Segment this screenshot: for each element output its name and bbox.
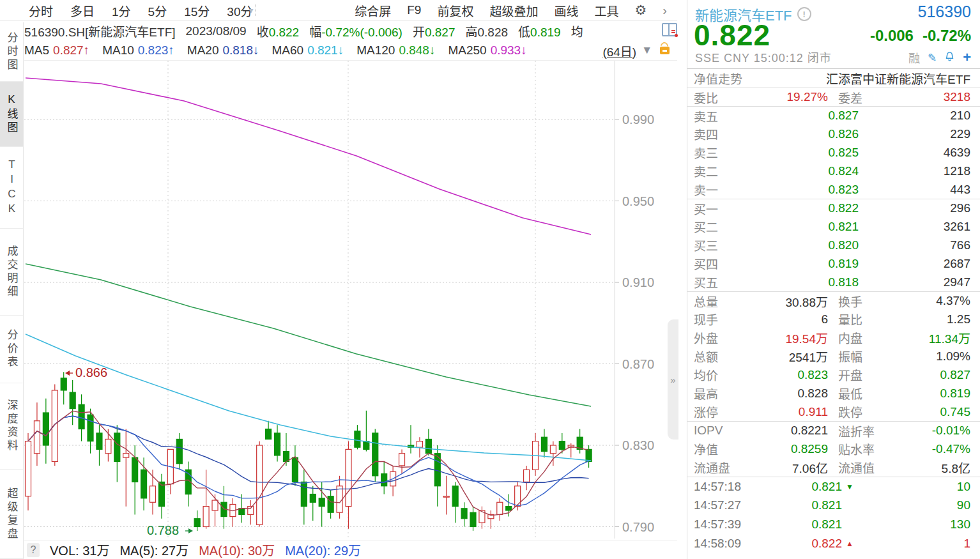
sidebar-item-深度资料[interactable]: 深度资料 (0, 383, 23, 470)
ma-item-label: MA10 (102, 43, 134, 57)
ma-item-value: 0.848↓ (399, 43, 435, 57)
order-price[interactable]: 0.823 (749, 183, 859, 197)
order-price[interactable]: 0.825 (749, 146, 859, 160)
candle (443, 496, 449, 498)
candle (26, 441, 31, 496)
stat-label: 净值 (694, 440, 749, 457)
ma-legend-bar: MA50.827↑MA100.823↑MA200.818↓MA600.821↓M… (24, 41, 677, 61)
sidebar-item-分时图[interactable]: 分时图 (0, 22, 23, 82)
gear-icon[interactable]: ⚙ (635, 3, 647, 18)
toolbar-item[interactable]: 超级叠加 (489, 2, 538, 19)
toolbar-item[interactable]: 画线 (554, 2, 578, 19)
info-field-value: 0.819 (530, 26, 561, 39)
nav-label[interactable]: 净值走势 (694, 70, 749, 87)
date-label: 2023/08/09 (186, 24, 247, 38)
volume-legend-bar: ? VOL: 31万MA(5): 27万MA(10): 30万MA(20): 2… (24, 540, 677, 559)
toolbar-item[interactable]: 前复权 (437, 2, 473, 19)
info-field-value: 0.828 (478, 26, 509, 39)
stat-value: 0.827 (905, 368, 970, 382)
collapse-handle[interactable]: » (668, 319, 678, 440)
order-volume: 229 (859, 127, 970, 141)
period-tab[interactable]: 15分 (184, 2, 210, 19)
stat-row: 现手6量比1.25 (687, 310, 980, 328)
candle (364, 441, 369, 450)
order-price[interactable]: 0.824 (749, 164, 859, 178)
stat-value: 0.8221 (749, 424, 828, 438)
kline-chart[interactable]: 0.9900.9500.9100.8700.8300.7900.8660.788 (24, 61, 671, 539)
ask-row[interactable]: 卖三0.8254639 (687, 143, 980, 162)
nav-row: 净值走势汇添富中证新能源汽车ETF (687, 69, 980, 88)
ma-window-label[interactable]: (64日) (602, 42, 636, 59)
sidebar-item-K线图[interactable]: K线图 (0, 82, 23, 147)
info-icon[interactable]: ! (797, 7, 811, 21)
ask-row[interactable]: 卖四0.826229 (687, 125, 980, 143)
triangle-down-icon[interactable]: ▼ (641, 44, 652, 57)
info-field: 低0.819 (518, 22, 561, 40)
order-price[interactable]: 0.819 (749, 257, 859, 271)
bid-row[interactable]: 买一0.822296 (687, 199, 980, 217)
bell-icon[interactable] (944, 51, 955, 65)
add-to-watchlist-icon[interactable]: + (963, 52, 971, 63)
arrow-down-icon: ▼ (842, 482, 862, 491)
candle (275, 433, 280, 456)
sidebar-item-超级复盘[interactable]: 超级复盘 (0, 470, 23, 559)
code-name[interactable]: 516390.SH[新能源汽车ETF] (24, 22, 176, 40)
stat-label: 换手 (838, 293, 905, 310)
order-label: 买三 (694, 236, 749, 254)
bid-row[interactable]: 买五0.8182947 (687, 273, 980, 291)
sidebar-item-分价表[interactable]: 分价表 (0, 316, 23, 383)
ask-row[interactable]: 卖二0.8241218 (687, 162, 980, 180)
order-price[interactable]: 0.827 (749, 109, 859, 123)
stat-label: 总额 (694, 348, 749, 365)
candle (114, 433, 120, 462)
bid-row[interactable]: 买四0.8192687 (687, 254, 980, 273)
candle (79, 404, 84, 429)
pencil-icon[interactable]: ✎ (928, 51, 937, 65)
candle (328, 496, 333, 513)
period-tab[interactable]: 1分 (112, 2, 131, 19)
order-price[interactable]: 0.818 (749, 275, 859, 289)
ask-row[interactable]: 卖一0.823443 (687, 180, 980, 199)
order-volume: 443 (859, 183, 970, 197)
ask-row[interactable]: 卖五0.827210 (687, 106, 980, 125)
annotation-arrow-icon (188, 528, 193, 533)
stat-row: 总量30.88万换手4.37% (687, 291, 980, 310)
ma-item: MA100.823↑ (102, 43, 174, 57)
order-price[interactable]: 0.820 (749, 238, 859, 252)
bid-row[interactable]: 买二0.8213261 (687, 217, 980, 236)
order-price[interactable]: 0.822 (749, 201, 859, 215)
stat-value: 0.8259 (749, 442, 828, 456)
stat-value: 4.37% (905, 294, 970, 308)
candle (292, 457, 298, 482)
stat-label: 跌停 (838, 403, 905, 420)
board-icon[interactable] (658, 23, 677, 40)
candle (541, 437, 547, 451)
chevron-down-icon[interactable]: ▾ (249, 5, 253, 15)
ma-item-label: MA5 (24, 43, 49, 57)
sidebar-item-成交明细[interactable]: 成交明细 (0, 229, 23, 316)
ma-item-label: MA20 (187, 43, 219, 57)
stat-label: 贴水率 (838, 440, 905, 457)
currency-label: CNY (724, 52, 750, 65)
unlock-icon[interactable] (660, 47, 670, 54)
toolbar-item[interactable]: F9 (407, 3, 421, 17)
tick-row: 14:57:270.82190 (687, 496, 980, 515)
weicha-value: 3218 (905, 90, 970, 104)
sidebar-item-tick[interactable]: TICK (0, 147, 23, 229)
toolbar-item[interactable]: 工具 (594, 2, 618, 19)
kline-chart-area[interactable]: 0.9900.9500.9100.8700.8300.7900.8660.788 (24, 61, 671, 540)
expand-panel-icon[interactable]: › (662, 3, 667, 18)
candle (310, 494, 316, 503)
help-icon[interactable]: ? (27, 543, 40, 557)
toolbar-item[interactable]: 综合屏 (355, 2, 391, 19)
order-volume: 296 (859, 201, 970, 215)
period-tab[interactable]: 分时 (29, 2, 53, 19)
period-tab[interactable]: 多日 (70, 2, 95, 19)
bid-row[interactable]: 买三0.820766 (687, 236, 980, 254)
candle (470, 512, 476, 526)
order-volume: 2947 (859, 275, 970, 289)
order-price[interactable]: 0.826 (749, 127, 859, 141)
info-field-value: -0.72%(-0.006) (321, 26, 402, 39)
period-tab[interactable]: 5分 (148, 2, 167, 19)
order-price[interactable]: 0.821 (749, 220, 859, 234)
